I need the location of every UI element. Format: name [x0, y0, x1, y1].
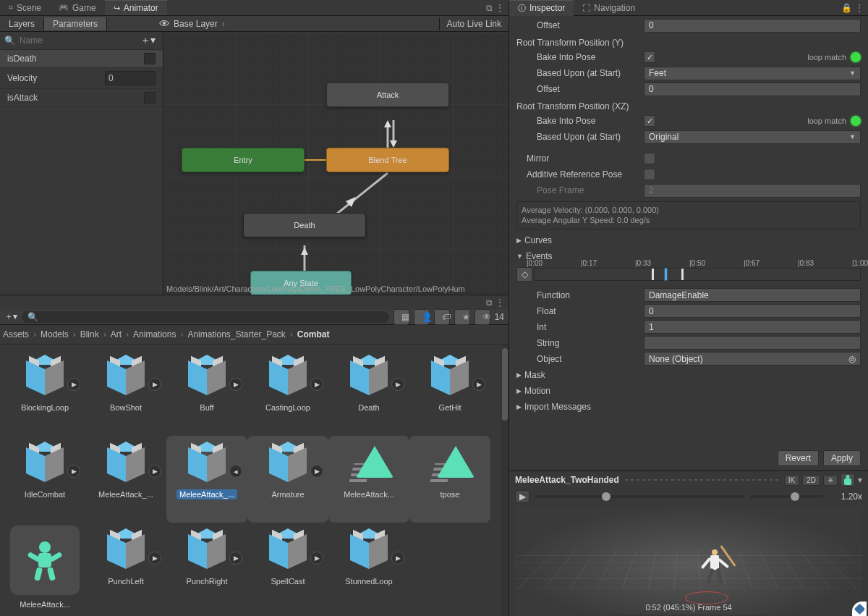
tab-scene[interactable]: ⌗Scene [0, 1, 50, 15]
chevron-down-icon[interactable]: ▾ [858, 475, 862, 485]
asset-item[interactable]: ▶ CastingLoop [247, 349, 328, 436]
play-icon[interactable]: ▶ [310, 552, 323, 565]
project-search-input[interactable] [38, 313, 383, 321]
asset-item[interactable]: MeleeAttack... [4, 523, 85, 609]
preview-scrubber[interactable] [535, 495, 744, 498]
asset-item[interactable]: ▶ Death [328, 349, 409, 436]
hidden-toggle-icon[interactable]: 👁 [475, 309, 490, 325]
asset-item[interactable]: ▶ SpellCast [247, 523, 328, 609]
tab-navigation[interactable]: ⛶Navigation [574, 1, 644, 15]
bake-checkbox[interactable]: ✓ [644, 51, 655, 63]
bake-checkbox[interactable]: ✓ [644, 115, 655, 127]
function-field[interactable]: DamageEnable [644, 288, 861, 302]
popout-icon[interactable]: ⧉ [486, 3, 493, 13]
float-field[interactable]: 0 [644, 304, 861, 318]
preview-viewport[interactable]: 0:52 (045:1%) Frame 54 [515, 506, 862, 615]
play-icon[interactable]: ▶ [472, 378, 485, 391]
popout-icon[interactable]: ⧉ [486, 298, 493, 308]
param-isattack[interactable]: isAttack [0, 89, 163, 107]
object-picker-icon[interactable]: ◎ [848, 354, 856, 364]
param-checkbox[interactable] [144, 53, 156, 64]
play-icon[interactable]: ▶ [310, 465, 323, 478]
favorite-icon[interactable]: ★ [454, 309, 470, 325]
object-field[interactable]: None (Object)◎ [644, 352, 861, 366]
speed-slider[interactable] [750, 495, 823, 498]
menu-icon[interactable]: ⋮ [495, 3, 504, 13]
scrollbar[interactable] [501, 345, 509, 616]
crumb[interactable]: Animations [133, 329, 176, 339]
asset-item[interactable]: ▶ MeleeAttack_... [85, 436, 166, 523]
parameters-tab[interactable]: Parameters [44, 17, 107, 30]
string-field[interactable] [644, 336, 861, 350]
asset-item[interactable]: ▶ PunchRight [166, 523, 247, 609]
asset-item[interactable]: ▶ BowShot [85, 349, 166, 436]
filter-by-type-icon[interactable]: ▦ [393, 309, 409, 325]
lock-icon[interactable]: 🔒 [841, 3, 852, 13]
create-button[interactable]: ＋▾ [4, 311, 17, 323]
play-icon[interactable]: ▶ [148, 378, 161, 391]
crumb[interactable]: Blink [80, 329, 99, 339]
asset-item[interactable]: ▶ StunnedLoop [328, 523, 409, 609]
tab-animator[interactable]: ↪Animator [105, 0, 167, 15]
event-marker[interactable] [665, 269, 667, 280]
basedupon-dropdown[interactable]: Original [644, 130, 861, 144]
auto-live-link[interactable]: Auto Live Link [439, 17, 509, 30]
play-icon[interactable]: ▶ [148, 465, 161, 478]
play-icon[interactable]: ▶ [67, 465, 80, 478]
asset-item[interactable]: ▶ GetHit [409, 349, 490, 436]
2d-toggle[interactable]: 2D [802, 475, 820, 486]
param-search-input[interactable] [20, 35, 133, 46]
base-layer-label[interactable]: Base Layer [174, 19, 218, 29]
additive-checkbox[interactable] [644, 169, 655, 180]
play-icon[interactable]: ▶ [229, 378, 242, 391]
preview-play-button[interactable]: ▶ [515, 490, 529, 503]
crumb[interactable]: Animations_Starter_Pack [187, 329, 285, 339]
play-icon[interactable]: ▶ [67, 378, 80, 391]
model-icon[interactable] [841, 473, 855, 486]
crumb-current[interactable]: Combat [297, 329, 330, 339]
eye-icon[interactable] [159, 19, 169, 29]
node-entry[interactable]: Entry [182, 148, 305, 172]
offset-field[interactable]: 0 [644, 19, 861, 33]
fold-curves[interactable]: ▶Curves [516, 232, 861, 248]
add-event-button[interactable]: ◇ [516, 267, 532, 282]
play-icon[interactable]: ▶ [229, 552, 242, 565]
collapse-icon[interactable]: ◂ [229, 465, 242, 478]
ik-toggle[interactable]: IK [784, 475, 799, 486]
asset-item[interactable]: tpose [409, 436, 490, 523]
play-icon[interactable]: ▶ [391, 378, 404, 391]
tab-game[interactable]: 🎮Game [50, 1, 105, 15]
asset-item[interactable]: ◂ MeleeAttack_... [166, 436, 247, 523]
play-icon[interactable]: ▶ [310, 378, 323, 391]
crumb[interactable]: Models [41, 329, 69, 339]
fold-mask[interactable]: ▶Mask [516, 367, 861, 383]
play-icon[interactable]: ▶ [391, 552, 404, 565]
asset-item[interactable]: ▶ BlockingLoop [4, 349, 85, 436]
param-checkbox[interactable] [144, 92, 156, 104]
node-blendtree[interactable]: Blend Tree [326, 148, 449, 172]
revert-button[interactable]: Revert [778, 450, 819, 466]
event-marker[interactable] [652, 269, 654, 280]
asset-item[interactable]: ▶ Buff [166, 349, 247, 436]
crumb[interactable]: Assets [3, 329, 29, 339]
fold-import[interactable]: ▶Import Messages [516, 399, 861, 415]
play-icon[interactable]: ▶ [148, 552, 161, 565]
apply-button[interactable]: Apply [823, 450, 861, 466]
fold-motion[interactable]: ▶Motion [516, 383, 861, 399]
filter-by-label-icon[interactable]: 👤 [414, 309, 430, 325]
asset-item[interactable]: MeleeAttack... [328, 436, 409, 523]
pivot-icon[interactable]: ✳ [823, 475, 838, 486]
layers-tab[interactable]: Layers [0, 17, 44, 30]
menu-icon[interactable]: ⋮ [855, 3, 864, 13]
asset-item[interactable]: ▶ IdleCombat [4, 436, 85, 523]
basedupon-dropdown[interactable]: Feet [644, 67, 861, 80]
menu-icon[interactable]: ⋮ [495, 298, 504, 308]
event-timeline[interactable]: ◇ |0:00|0:17|0:33|0:50|0:67|0:83|1:00 [516, 266, 861, 283]
int-field[interactable]: 1 [644, 320, 861, 334]
event-marker[interactable] [681, 269, 684, 280]
project-search[interactable]: 🔍 [22, 311, 389, 323]
param-isdeath[interactable]: isDeath [0, 50, 163, 68]
asset-item[interactable]: ▶ PunchLeft [85, 523, 166, 609]
add-param-button[interactable]: ＋▾ [137, 34, 158, 47]
tab-inspector[interactable]: ⓘInspector [509, 0, 574, 16]
